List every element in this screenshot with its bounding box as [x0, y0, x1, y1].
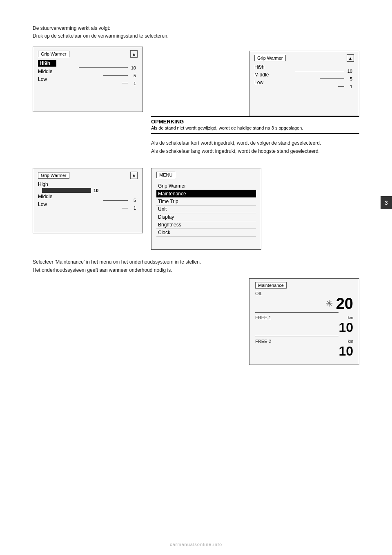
maint-row-oil: OIL ✳ 20 — [255, 291, 353, 313]
level-low-2: Low — [254, 80, 354, 85]
maint-bar-free1 — [255, 336, 339, 336]
maint-unit-free2: km — [348, 339, 353, 344]
level-label-low-1: Low — [38, 76, 56, 82]
level-high-1: Hi9h — [38, 60, 138, 67]
panel-row-2: Grip Warmer ▲ High 10 Middle 5 — [33, 168, 359, 250]
menu-title: MENU — [156, 172, 175, 178]
panel-title-2: Grip Warmer — [254, 55, 286, 61]
maint-title: Maintenance — [255, 282, 287, 289]
menu-item-unit[interactable]: Unit — [156, 206, 256, 213]
level-middle-3: Middle — [38, 194, 138, 199]
level-low-3: Low — [38, 201, 138, 207]
grip-warmer-panel-1: Grip Warmer ▲ Hi9h 10 Middle — [33, 47, 143, 112]
panel-icon-2: ▲ — [347, 54, 354, 62]
grip-warmer-panel-3: Grip Warmer ▲ High 10 Middle 5 — [33, 168, 143, 233]
level-bar-5-2: 5 — [254, 78, 354, 79]
menu-item-brightness[interactable]: Brightness — [156, 221, 256, 229]
watermark-area: carmanualsonline.info — [0, 542, 392, 547]
level-bar-5-3: 5 — [38, 200, 138, 201]
intro-text-1: De stuurverwarming werkt als volgt: Druk… — [33, 25, 359, 40]
opmerking-section: OPMERKING Als de stand niet wordt gewijz… — [151, 116, 359, 134]
maint-row-free1: FREE-1 km 10 — [255, 315, 353, 336]
maint-row-free2: FREE-2 km 10 — [255, 339, 353, 359]
level-bar-5-1: 5 — [38, 75, 138, 76]
level-bar-10-2: 10 — [254, 71, 354, 71]
oil-icon: ✳ — [325, 299, 333, 308]
level-label-high-1: Hi9h — [38, 60, 56, 67]
panel-title-3: Grip Warmer — [38, 172, 69, 179]
maint-label-free2: FREE-2 — [255, 339, 271, 344]
level-label-high-2: Hi9h — [254, 64, 273, 70]
page-number: 3 — [381, 196, 392, 209]
level-label-middle-3: Middle — [38, 194, 56, 199]
level-bar-10-1: 10 — [38, 67, 138, 68]
maint-bar-oil — [255, 312, 339, 313]
level-middle-2: Middle — [254, 72, 354, 78]
menu-item-maintenance[interactable]: Maintenance — [156, 190, 256, 198]
level-bar-1-3: 1 — [38, 208, 138, 208]
level-low-1: Low — [38, 76, 138, 82]
middle-text: Als de schakelaar kort wordt ingedrukt, … — [151, 139, 359, 156]
watermark-text: carmanualsonline.info — [170, 542, 222, 547]
bottom-text: Selecteer 'Maintenance' in het menu om h… — [33, 258, 359, 275]
level-high-3: High — [38, 181, 138, 187]
level-label-middle-2: Middle — [254, 72, 273, 78]
level-high-2: Hi9h — [254, 64, 354, 70]
opmerking-title: OPMERKING — [151, 119, 359, 125]
menu-item-display[interactable]: Display — [156, 213, 256, 221]
panel-row-3: Maintenance OIL ✳ 20 FREE-1 km — [33, 278, 359, 365]
page: 3 De stuurverwarming werkt als volgt: Dr… — [0, 0, 392, 555]
level-bar-10-3: 10 — [38, 188, 138, 193]
maint-value-free2: 10 — [339, 344, 353, 358]
maint-label-free1: FREE-1 — [255, 315, 271, 320]
panel-row-1: Grip Warmer ▲ Hi9h 10 Middle — [33, 47, 359, 159]
panel-title-1: Grip Warmer — [38, 51, 69, 57]
level-label-high-3: High — [38, 181, 56, 187]
opmerking-text: Als de stand niet wordt gewijzigd, wordt… — [151, 125, 359, 132]
menu-item-time-trip[interactable]: Time Trip — [156, 198, 256, 206]
level-label-low-3: Low — [38, 201, 56, 207]
menu-panel: MENU Grip Warmer Maintenance Time Trip U… — [151, 168, 261, 250]
menu-item-grip-warmer[interactable]: Grip Warmer — [156, 182, 256, 190]
level-label-middle-1: Middle — [38, 69, 56, 74]
level-label-low-2: Low — [254, 80, 273, 85]
panel-icon-3: ▲ — [130, 172, 138, 179]
grip-warmer-panel-2: Grip Warmer ▲ Hi9h 10 Middle — [249, 51, 359, 116]
level-middle-1: Middle — [38, 69, 138, 74]
maint-value-free1: 10 — [339, 320, 353, 335]
panel-icon-1: ▲ — [130, 50, 138, 58]
menu-item-clock[interactable]: Clock — [156, 229, 256, 237]
level-bar-1-2: 1 — [254, 86, 354, 87]
maintenance-panel: Maintenance OIL ✳ 20 FREE-1 km — [249, 278, 359, 365]
level-bar-1-1: 1 — [38, 83, 138, 83]
oil-value: 20 — [336, 296, 353, 311]
maint-unit-free1: km — [348, 316, 353, 320]
